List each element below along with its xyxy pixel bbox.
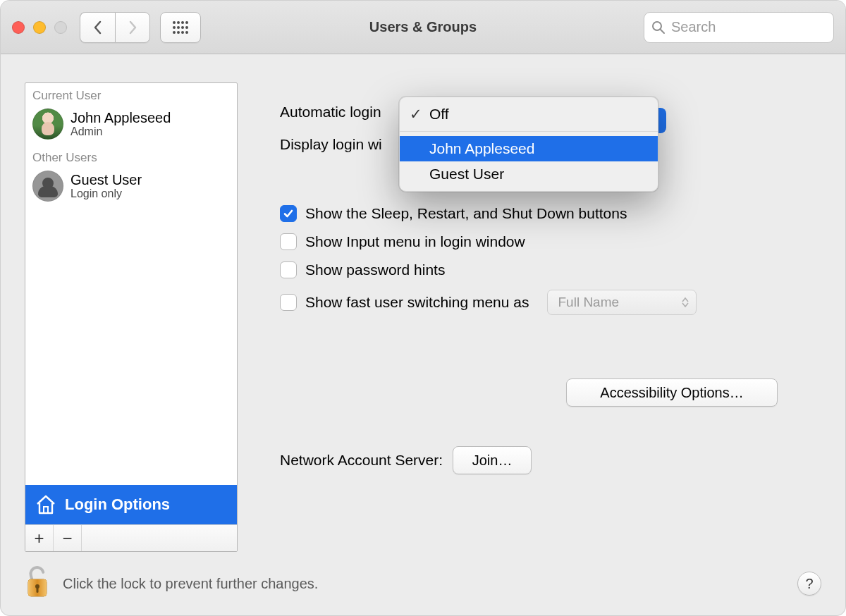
popup-item-off[interactable]: ✓ Off [400, 101, 658, 127]
svg-point-2 [181, 21, 184, 24]
select-arrows-icon [682, 297, 689, 307]
back-button[interactable] [80, 12, 115, 43]
check-icon [283, 208, 294, 219]
popup-item-guest[interactable]: Guest User [400, 161, 658, 187]
grid-icon [172, 20, 189, 35]
svg-rect-14 [44, 507, 48, 513]
user-role: Login only [70, 187, 142, 200]
login-options-row[interactable]: Login Options [25, 485, 237, 524]
login-options-label: Login Options [65, 495, 170, 514]
label-show-sleep: Show the Sleep, Restart, and Shut Down b… [305, 205, 627, 222]
search-field[interactable] [644, 12, 834, 43]
show-all-prefs-button[interactable] [160, 12, 201, 43]
svg-point-11 [185, 31, 188, 34]
svg-point-7 [185, 26, 188, 29]
forward-button[interactable] [115, 12, 150, 43]
popup-item-label: John Appleseed [429, 140, 534, 157]
svg-point-4 [173, 26, 176, 29]
label-show-input: Show Input menu in login window [305, 233, 525, 250]
svg-rect-18 [37, 587, 39, 593]
window: Users & Groups Current User John Applese… [0, 0, 846, 616]
avatar [32, 171, 63, 202]
svg-point-10 [181, 31, 184, 34]
user-role: Admin [70, 125, 171, 138]
zoom-window-button[interactable] [54, 21, 67, 34]
user-name: Guest User [70, 172, 142, 187]
row-show-sleep: Show the Sleep, Restart, and Shut Down b… [280, 205, 810, 222]
label-network-server: Network Account Server: [280, 452, 443, 469]
nav-group [80, 12, 150, 43]
chevron-right-icon [128, 20, 137, 35]
unlocked-padlock-icon [25, 565, 50, 599]
checkbox-show-sleep[interactable] [280, 205, 297, 222]
label-fast-switch: Show fast user switching menu as [305, 294, 529, 311]
lock-button[interactable] [25, 565, 50, 603]
checkbox-show-input[interactable] [280, 233, 297, 250]
user-row-guest[interactable]: Guest User Login only [25, 166, 237, 207]
svg-point-8 [173, 31, 176, 34]
sidebar-footer: + − [25, 524, 237, 551]
remove-user-button[interactable]: − [54, 525, 82, 551]
label-show-hints: Show password hints [305, 261, 445, 278]
section-other-users: Other Users [25, 145, 237, 166]
row-accessibility: Accessibility Options… [280, 378, 778, 407]
add-user-button[interactable]: + [25, 525, 54, 551]
user-row-current[interactable]: John Appleseed Admin [25, 104, 237, 145]
check-icon: ✓ [410, 106, 422, 123]
row-fast-switch: Show fast user switching menu as Full Na… [280, 290, 810, 315]
user-name: John Appleseed [70, 110, 171, 125]
help-label: ? [805, 576, 813, 592]
select-value: Full Name [558, 295, 619, 310]
window-controls [12, 21, 67, 34]
titlebar: Users & Groups [1, 1, 845, 54]
popup-separator [400, 131, 658, 132]
chevron-left-icon [93, 20, 103, 35]
row-show-hints: Show password hints [280, 261, 810, 278]
popup-item-label: Guest User [429, 166, 504, 183]
lock-bar: Click the lock to prevent further change… [1, 552, 845, 615]
svg-point-12 [653, 22, 661, 30]
svg-point-6 [181, 26, 184, 29]
checkbox-show-hints[interactable] [280, 261, 297, 278]
lock-text: Click the lock to prevent further change… [63, 576, 318, 592]
row-show-input: Show Input menu in login window [280, 233, 810, 250]
avatar [32, 109, 63, 140]
select-fast-switch-format[interactable]: Full Name [547, 290, 697, 315]
search-input[interactable] [671, 19, 826, 35]
auto-login-popup: ✓ Off John Appleseed Guest User [399, 97, 658, 192]
popup-item-john[interactable]: John Appleseed [400, 136, 658, 161]
svg-point-5 [177, 26, 180, 29]
checkbox-fast-switch[interactable] [280, 294, 297, 311]
popup-item-label: Off [429, 106, 449, 123]
help-button[interactable]: ? [797, 572, 821, 596]
minimize-window-button[interactable] [33, 21, 46, 34]
svg-point-3 [185, 21, 188, 24]
label-auto-login: Automatic login [280, 104, 400, 121]
close-window-button[interactable] [12, 21, 25, 34]
svg-line-13 [661, 30, 664, 33]
row-network-server: Network Account Server: Join… [280, 446, 810, 474]
users-sidebar: Current User John Appleseed Admin Other … [25, 82, 238, 552]
label-display-login: Display login wi [280, 136, 382, 153]
svg-point-1 [177, 21, 180, 24]
svg-point-0 [173, 21, 176, 24]
svg-point-9 [177, 31, 180, 34]
search-icon [651, 20, 666, 35]
section-current-user: Current User [25, 83, 237, 104]
accessibility-options-button[interactable]: Accessibility Options… [566, 378, 778, 407]
house-icon [35, 495, 56, 515]
join-button[interactable]: Join… [453, 446, 532, 474]
